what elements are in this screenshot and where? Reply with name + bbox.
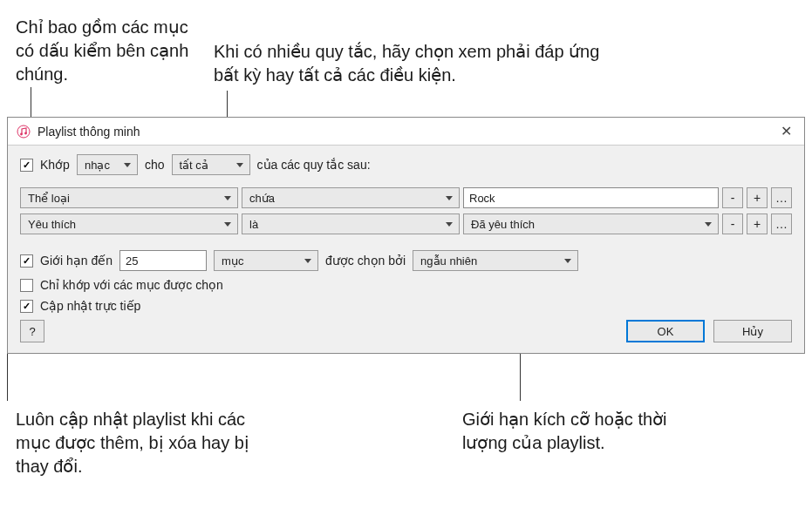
match-checked-row: Chỉ khớp với các mục được chọn: [20, 278, 792, 292]
help-icon: ?: [29, 325, 35, 338]
ok-button[interactable]: OK: [626, 320, 705, 342]
dialog-footer: ? OK Hủy: [20, 320, 792, 342]
rule-options-button[interactable]: …: [771, 187, 792, 208]
ok-label: OK: [658, 325, 674, 338]
svg-point-0: [17, 125, 30, 138]
match-suffix: của các quy tắc sau:: [257, 158, 371, 172]
annotation-live-update: Luôn cập nhật playlist khi các mục được …: [16, 408, 277, 478]
match-type-value: nhạc: [85, 159, 110, 172]
add-rule-button[interactable]: +: [747, 187, 768, 208]
rule-row: Yêu thích là Đã yêu thích - + …: [20, 213, 792, 234]
selected-by-label: được chọn bởi: [325, 254, 406, 268]
rule-op-select[interactable]: là: [242, 213, 460, 234]
rule-value-input[interactable]: Rock: [463, 187, 719, 208]
match-scope-select[interactable]: tất cả: [172, 154, 250, 175]
rule-op-select[interactable]: chứa: [242, 187, 460, 208]
annotation-checked-items: Chỉ bao gồm các mục có dấu kiểm bên cạnh…: [16, 16, 208, 86]
match-checkbox[interactable]: [20, 159, 33, 172]
match-scope-value: tất cả: [180, 159, 208, 172]
limit-value-input[interactable]: 25: [119, 250, 207, 271]
limit-unit-value: mục: [222, 254, 243, 268]
rule-op-value: là: [249, 218, 258, 231]
rule-op-value: chứa: [249, 192, 275, 205]
limit-value-text: 25: [126, 254, 138, 268]
rules-container: Thể loại chứa Rock - + … Yêu thích là: [20, 182, 792, 241]
titlebar: Playlist thông minh ✕: [8, 118, 804, 146]
cancel-button[interactable]: Hủy: [713, 320, 792, 342]
rule-field-select[interactable]: Yêu thích: [20, 213, 238, 234]
limit-label: Giới hạn đến: [40, 254, 113, 268]
live-update-row: Cập nhật trực tiếp: [20, 299, 792, 313]
remove-rule-button[interactable]: -: [722, 187, 743, 208]
itunes-icon: [17, 125, 31, 139]
add-rule-button[interactable]: +: [747, 213, 768, 234]
rule-field-value: Thể loại: [28, 192, 70, 205]
limit-unit-select[interactable]: mục: [214, 250, 318, 271]
dialog-title: Playlist thông minh: [38, 125, 140, 139]
limit-checkbox[interactable]: [20, 254, 33, 268]
cancel-label: Hủy: [742, 325, 763, 338]
help-button[interactable]: ?: [20, 320, 44, 342]
annotation-limit: Giới hạn kích cỡ hoặc thời lượng của pla…: [462, 408, 715, 455]
match-label: Khớp: [40, 158, 70, 172]
svg-point-2: [24, 132, 27, 134]
selected-by-value: ngẫu nhiên: [420, 254, 477, 268]
selected-by-select[interactable]: ngẫu nhiên: [413, 250, 578, 271]
remove-rule-button[interactable]: -: [722, 213, 743, 234]
smart-playlist-dialog: Playlist thông minh ✕ Khớp nhạc cho tất …: [7, 117, 805, 354]
match-type-select[interactable]: nhạc: [77, 154, 138, 175]
rule-field-select[interactable]: Thể loại: [20, 187, 238, 208]
match-row: Khớp nhạc cho tất cả của các quy tắc sau…: [20, 154, 792, 175]
close-button[interactable]: ✕: [777, 123, 795, 139]
rule-options-button[interactable]: …: [771, 213, 792, 234]
rule-row: Thể loại chứa Rock - + …: [20, 187, 792, 208]
limit-row: Giới hạn đến 25 mục được chọn bởi ngẫu n…: [20, 250, 792, 271]
rule-value-text: Đã yêu thích: [471, 218, 535, 231]
match-checked-label: Chỉ khớp với các mục được chọn: [40, 278, 223, 292]
match-checked-checkbox[interactable]: [20, 279, 33, 292]
live-update-checkbox[interactable]: [20, 300, 33, 313]
svg-point-1: [20, 132, 23, 135]
annotation-match-rules: Khi có nhiều quy tắc, hãy chọn xem phải …: [214, 40, 615, 87]
for-label: cho: [145, 158, 165, 172]
rule-value-text: Rock: [469, 192, 495, 205]
rule-field-value: Yêu thích: [28, 218, 76, 231]
rule-value-select[interactable]: Đã yêu thích: [463, 213, 719, 234]
live-update-label: Cập nhật trực tiếp: [40, 299, 140, 313]
